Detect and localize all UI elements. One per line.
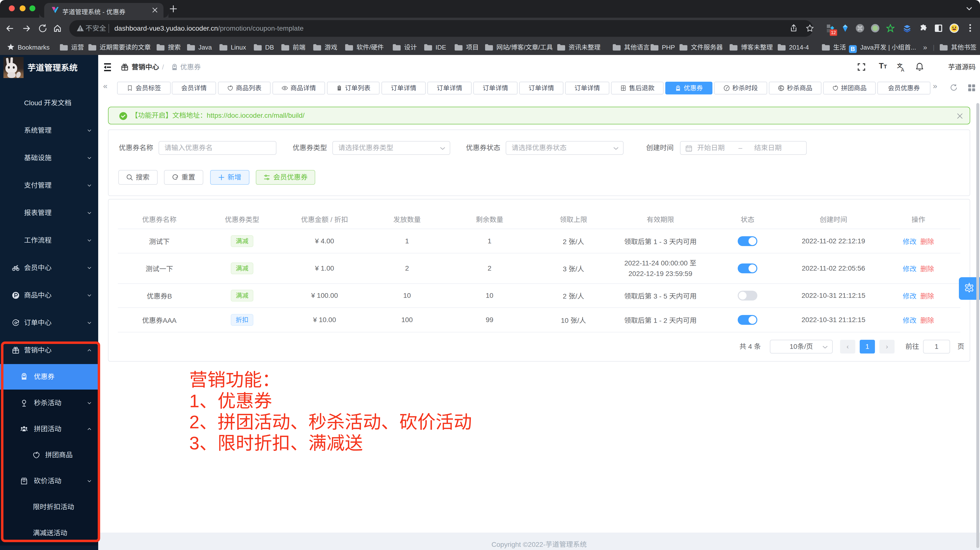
svg-text:A: A	[901, 67, 904, 72]
